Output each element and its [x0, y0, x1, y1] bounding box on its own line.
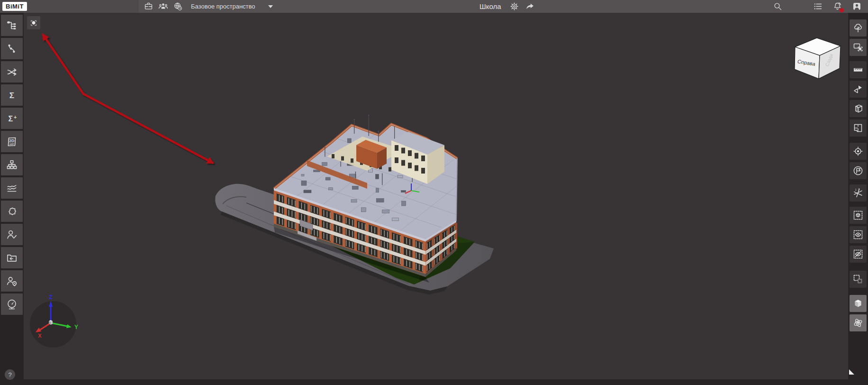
area-selection-button[interactable] [850, 39, 867, 56]
drawings-2d-button[interactable]: 2D [1, 131, 23, 152]
top-bar: BiMiT Базовое пространство Школа [0, 0, 868, 13]
user-badge-icon [852, 1, 862, 11]
shaded-mode-button[interactable] [850, 295, 867, 312]
team-icon [158, 1, 168, 11]
left-toolbar: ΣΣ+2D [0, 13, 24, 379]
clear-selection-icon [852, 274, 864, 285]
axes-button[interactable]: 12 [850, 184, 867, 202]
task-list-button[interactable] [812, 0, 824, 13]
nature-tree-icon [852, 22, 864, 34]
structure-tree-icon [6, 19, 18, 32]
solid-cube-icon [852, 298, 864, 309]
mirror-button[interactable] [850, 81, 867, 98]
flag-icon [852, 165, 864, 176]
measurements-button[interactable] [850, 61, 867, 78]
locate-icon [852, 146, 864, 157]
clash-detection-button[interactable] [1, 61, 23, 82]
waves-icon [6, 182, 18, 194]
floor-plan-button[interactable] [850, 119, 867, 137]
locate-object-button[interactable] [850, 143, 867, 160]
svg-text:+: + [14, 114, 17, 119]
gizmo-y-label: Y [74, 324, 78, 330]
bottom-bar [0, 379, 868, 385]
search-button[interactable] [771, 0, 784, 13]
org-chart-icon [6, 159, 18, 171]
sigma-plus-icon: Σ+ [6, 112, 18, 125]
project-title-zone: Школа [479, 0, 536, 13]
workspace-label: Базовое пространство [191, 3, 255, 10]
gear-icon [509, 1, 519, 11]
notifications-button[interactable] [831, 0, 844, 13]
orbit-icon [852, 317, 864, 329]
viewpoints-button[interactable] [850, 162, 867, 179]
view-cube[interactable]: Справа Сзади [795, 38, 841, 79]
page-title: Школа [479, 2, 501, 10]
focus-selection-button[interactable] [27, 16, 40, 29]
svg-text:1: 1 [855, 188, 857, 191]
branch-icon [6, 43, 18, 55]
viewport-canvas[interactable]: Справа Сзади Z Y X [0, 0, 868, 385]
show-selected-button[interactable] [850, 226, 867, 243]
select-region-icon [852, 42, 864, 53]
orbit-mode-button[interactable] [850, 314, 867, 331]
flip-icon [852, 83, 864, 95]
globe-clock-icon [173, 1, 183, 11]
user-pin-icon [6, 275, 18, 287]
floor-plan-icon [852, 122, 864, 134]
share-icon [525, 1, 535, 11]
axis-gizmo[interactable]: Z Y X [30, 294, 78, 348]
quantity-takeoff-add-button[interactable]: Σ+ [1, 108, 23, 129]
hide-selected-button[interactable] [850, 246, 867, 263]
work-breakdown-button[interactable] [1, 154, 23, 175]
dashboards-button[interactable] [1, 293, 23, 315]
share-project-button[interactable] [524, 0, 536, 13]
app-logo: BiMiT [2, 2, 27, 11]
right-toolbar: 12 [848, 13, 868, 379]
approvals-button[interactable] [1, 224, 23, 245]
project-settings-button[interactable] [508, 0, 521, 13]
file-exchange-button[interactable] [1, 247, 23, 268]
puzzle-icon [6, 205, 18, 218]
help-button[interactable]: ? [5, 369, 15, 380]
svg-text:2: 2 [858, 188, 859, 191]
folder-share-icon [6, 252, 18, 264]
profile-button[interactable] [850, 0, 863, 13]
section-box-icon [852, 103, 864, 114]
svg-text:Σ: Σ [9, 90, 14, 100]
sigma-icon: Σ [6, 89, 18, 101]
topbar-right-tools [765, 0, 863, 13]
gauge-icon [6, 298, 18, 311]
svg-text:2D: 2D [9, 138, 14, 143]
workspace-selector[interactable]: Базовое пространство [191, 3, 273, 10]
projects-button[interactable] [142, 0, 155, 13]
quantity-takeoff-button[interactable]: Σ [1, 84, 23, 106]
site-staff-button[interactable] [1, 270, 23, 292]
eye-off-box-icon [852, 248, 864, 260]
menu-list-icon [813, 1, 823, 11]
environment-button[interactable] [850, 19, 867, 37]
plugins-button[interactable] [1, 201, 23, 222]
user-check-icon [6, 229, 18, 241]
gizmo-z-label: Z [49, 294, 52, 301]
collaboration-button[interactable] [157, 0, 170, 13]
object-links-button[interactable] [1, 38, 23, 59]
bimit-app: { "app": { "logo": "BiMiT" }, "topbar": … [0, 0, 868, 385]
briefcase-icon [144, 1, 154, 11]
eye-box-icon [852, 229, 864, 240]
global-sessions-button[interactable] [172, 0, 184, 13]
project-title-tools [508, 0, 536, 13]
gizmo-x-label: X [38, 333, 42, 339]
ruler-icon [852, 64, 864, 75]
panel-resize-handle[interactable] [848, 369, 856, 376]
logo-zone: BiMiT [0, 0, 139, 13]
topbar-left-tools [142, 0, 184, 13]
section-box-button[interactable] [850, 100, 867, 117]
isolate-selection-button[interactable] [850, 207, 867, 224]
model-structure-button[interactable] [1, 15, 23, 36]
chevron-down-icon [268, 5, 273, 9]
axes-icon: 12 [852, 187, 864, 199]
shuffle-icon [6, 66, 18, 78]
focus-hexagon-icon [30, 18, 37, 28]
deselect-all-button[interactable] [850, 271, 867, 288]
progress-charts-button[interactable] [1, 177, 23, 199]
